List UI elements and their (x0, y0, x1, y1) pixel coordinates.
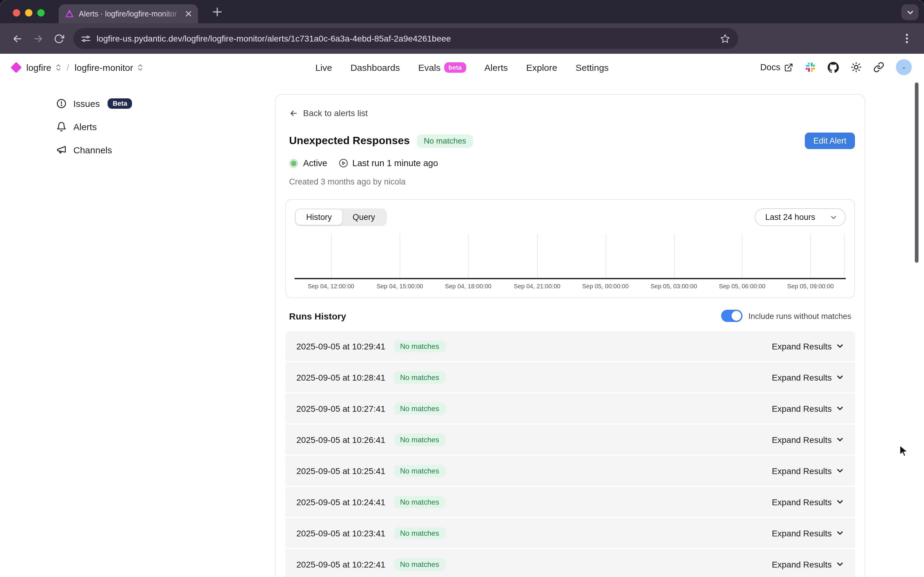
run-row[interactable]: 2025-09-05 at 10:29:41 No matches Expand… (285, 331, 855, 361)
time-range-select[interactable]: Last 24 hours (755, 208, 846, 226)
nav-settings[interactable]: Settings (576, 62, 609, 73)
chevron-down-icon (836, 467, 844, 475)
run-timestamp: 2025-09-05 at 10:27:41 (297, 403, 385, 413)
nav-live[interactable]: Live (315, 62, 332, 73)
url-text[interactable]: logfire-us.pydantic.dev/logfire/logfire-… (97, 34, 720, 44)
beta-badge: beta (444, 62, 466, 73)
new-tab-button[interactable] (209, 4, 225, 19)
sidebar-item-alerts[interactable]: Alerts (56, 120, 132, 133)
chart-gridline (605, 234, 606, 278)
back-to-alerts-link[interactable]: Back to alerts list (289, 107, 855, 119)
zoom-window-button[interactable] (37, 9, 45, 16)
run-row[interactable]: 2025-09-05 at 10:23:41 No matches Expand… (285, 518, 855, 548)
run-timestamp: 2025-09-05 at 10:22:41 (297, 559, 385, 569)
sidebar-item-issues[interactable]: Issues Beta (56, 97, 132, 110)
run-timestamp: 2025-09-05 at 10:23:41 (297, 528, 385, 538)
slack-icon[interactable] (805, 62, 816, 73)
breadcrumb: logfire / logfire-monitor (12, 62, 143, 73)
org-selector-chevrons-icon[interactable] (56, 63, 61, 71)
nav-alerts[interactable]: Alerts (484, 62, 508, 73)
tab-close-icon[interactable] (185, 10, 192, 17)
runs-history-heading: Runs History (289, 311, 346, 321)
edit-alert-button[interactable]: Edit Alert (805, 132, 855, 149)
browser-window: Alerts · logfire/logfire-monitor logfire… (0, 0, 924, 577)
run-row[interactable]: 2025-09-05 at 10:24:41 No matches Expand… (285, 487, 855, 517)
chevron-down-icon (836, 373, 844, 381)
no-matches-badge: No matches (394, 558, 445, 570)
app-header: logfire / logfire-monitor Live Dashboard… (0, 54, 924, 81)
expand-results-button[interactable]: Expand Results (772, 528, 844, 538)
expand-results-button[interactable]: Expand Results (772, 403, 844, 413)
theme-toggle-sun-icon[interactable] (851, 62, 862, 73)
address-bar[interactable]: logfire-us.pydantic.dev/logfire/logfire-… (73, 28, 738, 49)
run-row[interactable]: 2025-09-05 at 10:27:41 No matches Expand… (285, 393, 855, 423)
bell-icon (56, 121, 67, 132)
run-timestamp: 2025-09-05 at 10:25:41 (297, 466, 385, 475)
no-matches-badge: No matches (394, 340, 445, 352)
nav-dashboards[interactable]: Dashboards (350, 62, 400, 73)
page-scrollbar[interactable] (915, 82, 919, 263)
breadcrumb-separator: / (67, 62, 69, 73)
minimize-window-button[interactable] (25, 9, 32, 16)
tab-title: Alerts · logfire/logfire-monitor (79, 10, 185, 18)
x-tick-label: Sep 04, 15:00:00 (376, 283, 423, 290)
user-avatar[interactable]: - (896, 59, 912, 75)
x-tick-label: Sep 05, 06:00:00 (719, 283, 765, 290)
expand-results-button[interactable]: Expand Results (772, 372, 844, 382)
no-matches-badge: No matches (394, 496, 445, 508)
org-selector[interactable]: logfire (26, 62, 51, 73)
chevron-down-icon (836, 498, 844, 506)
status-label: Active (303, 158, 327, 168)
history-query-tabs: History Query (295, 208, 387, 226)
run-row[interactable]: 2025-09-05 at 10:28:41 No matches Expand… (285, 362, 855, 392)
tab-search-button[interactable] (901, 4, 919, 20)
browser-menu-icon[interactable] (898, 30, 916, 47)
active-status-dot (289, 158, 298, 168)
beta-badge: Beta (108, 98, 132, 108)
back-button[interactable] (8, 30, 26, 47)
chart-gridline (811, 234, 811, 278)
no-matches-badge: No matches (394, 402, 445, 414)
no-matches-badge: No matches (394, 464, 445, 477)
tab-history[interactable]: History (296, 210, 342, 225)
x-tick-label: Sep 05, 09:00:00 (787, 283, 834, 290)
tab-query[interactable]: Query (342, 210, 385, 225)
no-matches-badge: No matches (394, 371, 445, 384)
window-controls (13, 9, 45, 16)
chart-gridline (331, 234, 332, 278)
browser-tab[interactable]: Alerts · logfire/logfire-monitor (59, 4, 198, 23)
sidebar-item-channels[interactable]: Channels (56, 143, 132, 156)
close-window-button[interactable] (13, 9, 20, 16)
history-chart (295, 234, 846, 279)
run-row[interactable]: 2025-09-05 at 10:26:41 No matches Expand… (285, 425, 855, 455)
bookmark-star-icon[interactable] (720, 33, 730, 44)
project-selector[interactable]: logfire-monitor (74, 62, 133, 73)
alert-detail-card: Back to alerts list Unexpected Responses… (275, 94, 865, 577)
expand-results-button[interactable]: Expand Results (772, 466, 844, 475)
x-tick-label: Sep 05, 00:00:00 (582, 283, 629, 290)
expand-results-button[interactable]: Expand Results (772, 559, 844, 569)
x-tick-label: Sep 04, 18:00:00 (445, 283, 491, 290)
play-circle-icon (338, 158, 348, 168)
logfire-favicon-icon (65, 9, 74, 18)
share-link-icon[interactable] (873, 62, 884, 73)
expand-results-button[interactable]: Expand Results (772, 497, 844, 507)
browser-toolbar: logfire-us.pydantic.dev/logfire/logfire-… (0, 23, 924, 54)
run-row[interactable]: 2025-09-05 at 10:22:41 No matches Expand… (285, 549, 855, 577)
forward-button[interactable] (29, 30, 47, 47)
chevron-down-icon (836, 560, 844, 568)
reload-button[interactable] (50, 30, 67, 47)
nav-evals[interactable]: Evalsbeta (418, 62, 466, 73)
include-runs-toggle[interactable] (721, 310, 742, 322)
project-selector-chevrons-icon[interactable] (137, 63, 143, 71)
expand-results-button[interactable]: Expand Results (772, 341, 844, 351)
issue-badge-icon (56, 98, 67, 108)
chart-gridline (468, 234, 469, 278)
site-settings-icon[interactable] (81, 34, 90, 43)
expand-results-button[interactable]: Expand Results (772, 435, 844, 445)
docs-link[interactable]: Docs (760, 62, 793, 72)
nav-explore[interactable]: Explore (526, 62, 557, 73)
github-icon[interactable] (827, 61, 839, 73)
run-row[interactable]: 2025-09-05 at 10:25:41 No matches Expand… (285, 456, 855, 486)
browser-tab-strip: Alerts · logfire/logfire-monitor (0, 0, 924, 23)
